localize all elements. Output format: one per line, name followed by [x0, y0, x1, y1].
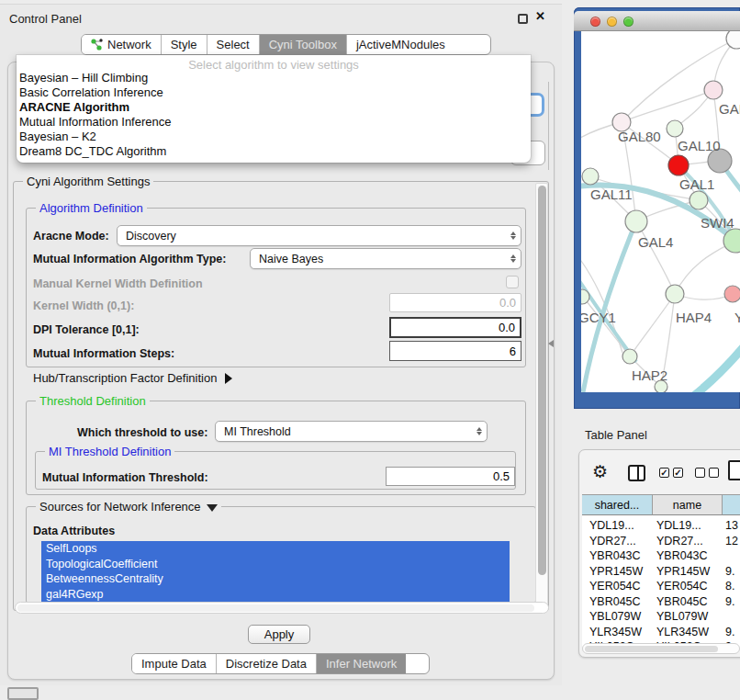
- table-row[interactable]: YDL19... YDL19... 13: [582, 519, 740, 535]
- settings-vertical-scrollbar[interactable]: [535, 183, 548, 607]
- network-node[interactable]: [666, 285, 684, 303]
- close-window-light[interactable]: [590, 17, 600, 27]
- network-graph: [581, 31, 740, 392]
- tab-jactivemnodules[interactable]: jActiveMNodules: [347, 35, 454, 54]
- group-border-fragment: [548, 82, 549, 170]
- panel-collapse-handle[interactable]: [548, 340, 554, 347]
- network-node-label: GAL11: [590, 186, 633, 202]
- control-panel-title: Control Panel: [9, 12, 82, 26]
- network-icon: [91, 38, 103, 51]
- network-window-titlebar[interactable]: [574, 11, 740, 31]
- apply-button[interactable]: Apply: [248, 625, 310, 644]
- new-table-icon[interactable]: [728, 460, 740, 480]
- table-panel-title: Table Panel: [585, 428, 647, 442]
- network-canvas[interactable]: GALGAL80GAL10GAL1GAL11SWI4GAL4GCY1HAP4YH…: [581, 31, 740, 392]
- tab-infer-network[interactable]: Infer Network: [317, 654, 406, 673]
- minimize-window-light[interactable]: [607, 17, 617, 27]
- minimized-panel-icon[interactable]: [7, 687, 39, 700]
- table-header: shared... name: [582, 494, 740, 515]
- checked-box-icon: ✓: [673, 468, 683, 478]
- manual-kernel-width-checkbox: [506, 276, 519, 288]
- scrollbar-thumb[interactable]: [538, 186, 546, 575]
- checked-box-icon: ✓: [659, 468, 669, 478]
- network-node-label: HAP4: [676, 310, 712, 325]
- dropdown-items: Bayesian – Hill ClimbingBasic Correlatio…: [18, 71, 529, 159]
- select-all-columns-icon[interactable]: ✓ ✓: [659, 468, 683, 478]
- which-threshold-combo[interactable]: MI Threshold: [215, 421, 488, 442]
- mi-steps-field[interactable]: [389, 341, 521, 361]
- dropdown-item[interactable]: Bayesian – K2: [18, 130, 529, 144]
- dropdown-item[interactable]: Bayesian – Hill Climbing: [18, 71, 529, 85]
- close-panel-icon[interactable]: ✕: [535, 9, 545, 23]
- tab-style[interactable]: Style: [162, 35, 207, 54]
- kernel-width-label: Kernel Width (0,1):: [33, 299, 134, 312]
- expand-arrow-icon: [225, 373, 232, 384]
- dpi-tolerance-field[interactable]: [389, 317, 521, 338]
- column-header-partial[interactable]: [723, 494, 740, 515]
- column-header-shared-name[interactable]: shared...: [582, 494, 653, 515]
- network-node[interactable]: [622, 349, 637, 364]
- group-title: Cyni Algorithm Settings: [23, 175, 153, 188]
- column-header-name[interactable]: name: [653, 494, 723, 515]
- network-node-label: GAL: [719, 101, 740, 117]
- float-panel-icon[interactable]: [518, 14, 528, 24]
- combo-arrows-icon: [506, 254, 521, 263]
- tab-discretize-data[interactable]: Discretize Data: [217, 654, 317, 673]
- tab-impute-data[interactable]: Impute Data: [132, 654, 217, 673]
- settings-gear-icon[interactable]: ⚙: [592, 461, 608, 482]
- mi-steps-label: Mutual Information Steps:: [33, 347, 174, 360]
- data-attributes-list: SelfLoopsTopologicalCoefficientBetweenne…: [41, 541, 510, 602]
- network-node-label: GAL1: [679, 176, 714, 192]
- data-attribute-item[interactable]: gal4RGexp: [41, 587, 510, 603]
- network-node-label: GAL10: [678, 138, 721, 153]
- network-node[interactable]: [704, 81, 723, 99]
- table-row[interactable]: YPR145W YPR145W 9.: [582, 565, 740, 581]
- network-node[interactable]: [726, 31, 740, 49]
- table-row[interactable]: YBL079W YBL079W: [582, 610, 740, 626]
- data-attributes-label: Data Attributes: [33, 525, 115, 537]
- tab-select[interactable]: Select: [207, 35, 260, 54]
- data-attribute-item[interactable]: TopologicalCoefficient: [41, 557, 510, 572]
- table-horizontal-scrollbar[interactable]: [582, 643, 740, 654]
- tab-cyni-toolbox[interactable]: Cyni Toolbox: [260, 35, 347, 54]
- network-node-label: Y: [734, 310, 740, 325]
- dropdown-item[interactable]: Basic Correlation Inference: [18, 85, 529, 100]
- table-row[interactable]: YBR043C YBR043C: [582, 549, 740, 565]
- combo-arrows-icon: [506, 231, 521, 240]
- dropdown-item[interactable]: ARACNE Algorithm: [18, 100, 529, 115]
- aracne-mode-combo[interactable]: Discovery: [117, 225, 521, 246]
- settings-horizontal-scrollbar[interactable]: [15, 602, 549, 614]
- kernel-width-field: [389, 293, 521, 312]
- table-row[interactable]: YDR27... YDR27... 12: [582, 535, 740, 550]
- mi-algorithm-type-combo[interactable]: Naive Bayes: [250, 248, 521, 269]
- hub-transcription-factor-expander[interactable]: Hub/Transcription Factor Definition: [33, 371, 232, 385]
- unchecked-box-icon: [695, 468, 705, 478]
- table-row[interactable]: YER054C YER054C 8.: [582, 580, 740, 595]
- data-attribute-item[interactable]: SelfLoops: [41, 541, 510, 557]
- network-node[interactable]: [625, 210, 647, 232]
- which-threshold-label: Which threshold to use:: [77, 426, 207, 439]
- table-row[interactable]: YLR345W YLR345W 9.: [582, 626, 740, 641]
- aracne-mode-label: Aracne Mode:: [33, 230, 109, 243]
- deselect-all-columns-icon[interactable]: [695, 468, 719, 478]
- network-node-label: GAL80: [618, 129, 661, 144]
- data-attribute-item[interactable]: BetweennessCentrality: [41, 571, 510, 587]
- network-node[interactable]: [667, 120, 683, 137]
- table-body: YDL19... YDL19... 13 YDR27... YDR27... 1…: [582, 515, 740, 649]
- cyni-mode-tabs: Impute Data Discretize Data Infer Networ…: [131, 653, 430, 674]
- control-panel: Control Panel ✕ Network Style Select Cyn…: [0, 4, 562, 685]
- network-node[interactable]: [690, 191, 708, 209]
- dropdown-item[interactable]: Mutual Information Inference: [18, 115, 529, 130]
- scrollbar-thumb[interactable]: [585, 646, 718, 652]
- tab-network[interactable]: Network: [82, 35, 162, 54]
- scrollbar-thumb[interactable]: [17, 604, 534, 612]
- dropdown-item[interactable]: Dream8 DC_TDC Algorithm: [18, 144, 529, 159]
- network-node[interactable]: [668, 155, 689, 175]
- control-panel-tabs: Network Style Select Cyni Toolbox jActiv…: [81, 34, 491, 55]
- table-row[interactable]: YBR045C YBR045C 9.: [582, 595, 740, 611]
- network-node[interactable]: [582, 168, 599, 185]
- mi-threshold-field[interactable]: [386, 467, 515, 486]
- zoom-window-light[interactable]: [623, 17, 633, 27]
- network-node[interactable]: [724, 286, 740, 302]
- column-view-icon[interactable]: [628, 465, 645, 481]
